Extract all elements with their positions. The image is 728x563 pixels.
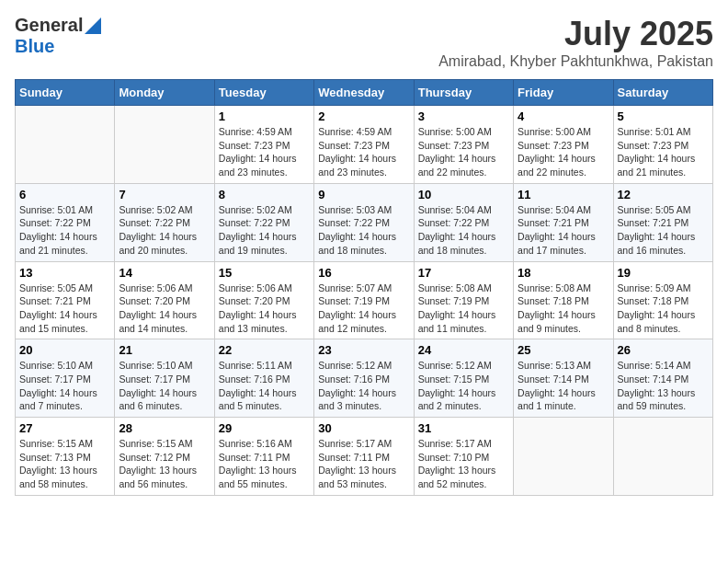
day-number: 15 <box>219 266 310 280</box>
col-header-monday: Monday <box>115 80 214 106</box>
day-info: Sunrise: 5:08 AM Sunset: 7:18 PM Dayligh… <box>518 282 609 336</box>
calendar-cell: 8Sunrise: 5:02 AM Sunset: 7:22 PM Daylig… <box>214 183 313 261</box>
day-info: Sunrise: 5:11 AM Sunset: 7:16 PM Dayligh… <box>219 359 310 413</box>
day-info: Sunrise: 5:00 AM Sunset: 7:23 PM Dayligh… <box>518 125 609 179</box>
day-info: Sunrise: 5:04 AM Sunset: 7:21 PM Dayligh… <box>518 203 609 258</box>
day-info: Sunrise: 5:05 AM Sunset: 7:21 PM Dayligh… <box>19 282 110 336</box>
calendar-cell: 31Sunrise: 5:17 AM Sunset: 7:10 PM Dayli… <box>414 418 513 496</box>
calendar-body: 1Sunrise: 4:59 AM Sunset: 7:23 PM Daylig… <box>16 106 713 496</box>
calendar-cell: 18Sunrise: 5:08 AM Sunset: 7:18 PM Dayli… <box>514 261 613 339</box>
logo: General Blue <box>15 15 101 57</box>
calendar-cell: 20Sunrise: 5:10 AM Sunset: 7:17 PM Dayli… <box>16 339 115 418</box>
calendar-week-2: 6Sunrise: 5:01 AM Sunset: 7:22 PM Daylig… <box>16 183 713 261</box>
col-header-tuesday: Tuesday <box>214 80 313 106</box>
calendar-cell: 24Sunrise: 5:12 AM Sunset: 7:15 PM Dayli… <box>414 339 513 418</box>
col-header-sunday: Sunday <box>16 80 115 106</box>
calendar-cell <box>613 418 712 496</box>
day-info: Sunrise: 5:14 AM Sunset: 7:14 PM Dayligh… <box>618 359 709 413</box>
svg-marker-0 <box>85 17 101 34</box>
calendar-cell: 13Sunrise: 5:05 AM Sunset: 7:21 PM Dayli… <box>16 261 115 339</box>
day-number: 30 <box>318 421 409 435</box>
day-number: 14 <box>119 266 210 280</box>
day-number: 28 <box>119 421 210 435</box>
day-info: Sunrise: 5:10 AM Sunset: 7:17 PM Dayligh… <box>119 359 210 413</box>
day-info: Sunrise: 5:04 AM Sunset: 7:22 PM Dayligh… <box>418 203 509 258</box>
day-info: Sunrise: 5:06 AM Sunset: 7:20 PM Dayligh… <box>119 282 210 336</box>
calendar-cell: 16Sunrise: 5:07 AM Sunset: 7:19 PM Dayli… <box>314 261 414 339</box>
calendar-week-5: 27Sunrise: 5:15 AM Sunset: 7:13 PM Dayli… <box>16 418 713 496</box>
col-header-friday: Friday <box>514 80 613 106</box>
calendar-cell: 2Sunrise: 4:59 AM Sunset: 7:23 PM Daylig… <box>314 106 414 184</box>
calendar-cell: 10Sunrise: 5:04 AM Sunset: 7:22 PM Dayli… <box>414 183 513 261</box>
calendar-cell: 11Sunrise: 5:04 AM Sunset: 7:21 PM Dayli… <box>514 183 613 261</box>
logo-blue-text: Blue <box>15 36 54 57</box>
calendar-cell: 5Sunrise: 5:01 AM Sunset: 7:23 PM Daylig… <box>613 106 712 184</box>
col-header-thursday: Thursday <box>414 80 513 106</box>
day-number: 25 <box>518 343 609 357</box>
day-number: 27 <box>19 421 110 435</box>
day-number: 13 <box>19 266 110 280</box>
calendar-cell <box>115 106 214 184</box>
calendar-cell: 15Sunrise: 5:06 AM Sunset: 7:20 PM Dayli… <box>214 261 313 339</box>
day-number: 11 <box>518 188 609 201</box>
day-info: Sunrise: 5:06 AM Sunset: 7:20 PM Dayligh… <box>219 282 310 336</box>
day-info: Sunrise: 5:16 AM Sunset: 7:11 PM Dayligh… <box>219 437 310 491</box>
day-number: 22 <box>219 343 310 357</box>
day-number: 3 <box>418 109 509 123</box>
calendar-header-row: SundayMondayTuesdayWednesdayThursdayFrid… <box>16 80 713 106</box>
calendar-table: SundayMondayTuesdayWednesdayThursdayFrid… <box>15 79 713 496</box>
day-info: Sunrise: 5:17 AM Sunset: 7:11 PM Dayligh… <box>318 437 409 491</box>
day-info: Sunrise: 5:08 AM Sunset: 7:19 PM Dayligh… <box>418 282 509 336</box>
calendar-cell: 14Sunrise: 5:06 AM Sunset: 7:20 PM Dayli… <box>115 261 214 339</box>
day-number: 5 <box>618 109 709 123</box>
day-number: 7 <box>119 188 210 201</box>
calendar-cell: 6Sunrise: 5:01 AM Sunset: 7:22 PM Daylig… <box>16 183 115 261</box>
day-number: 20 <box>19 343 110 357</box>
day-number: 8 <box>219 188 310 201</box>
day-number: 1 <box>219 109 310 123</box>
day-number: 31 <box>418 421 509 435</box>
calendar-cell: 30Sunrise: 5:17 AM Sunset: 7:11 PM Dayli… <box>314 418 414 496</box>
day-info: Sunrise: 5:03 AM Sunset: 7:22 PM Dayligh… <box>318 203 409 258</box>
calendar-cell: 28Sunrise: 5:15 AM Sunset: 7:12 PM Dayli… <box>115 418 214 496</box>
calendar-cell: 17Sunrise: 5:08 AM Sunset: 7:19 PM Dayli… <box>414 261 513 339</box>
day-number: 24 <box>418 343 509 357</box>
day-number: 4 <box>518 109 609 123</box>
calendar-cell: 27Sunrise: 5:15 AM Sunset: 7:13 PM Dayli… <box>16 418 115 496</box>
day-number: 10 <box>418 188 509 201</box>
day-number: 21 <box>119 343 210 357</box>
day-info: Sunrise: 5:12 AM Sunset: 7:15 PM Dayligh… <box>418 359 509 413</box>
day-number: 9 <box>318 188 409 201</box>
col-header-saturday: Saturday <box>613 80 712 106</box>
day-number: 29 <box>219 421 310 435</box>
calendar-cell: 9Sunrise: 5:03 AM Sunset: 7:22 PM Daylig… <box>314 183 414 261</box>
calendar-cell: 19Sunrise: 5:09 AM Sunset: 7:18 PM Dayli… <box>613 261 712 339</box>
calendar-cell: 29Sunrise: 5:16 AM Sunset: 7:11 PM Dayli… <box>214 418 313 496</box>
page-header: General Blue July 2025 Amirabad, Khyber … <box>15 15 713 70</box>
day-number: 16 <box>318 266 409 280</box>
day-number: 18 <box>518 266 609 280</box>
calendar-cell: 26Sunrise: 5:14 AM Sunset: 7:14 PM Dayli… <box>613 339 712 418</box>
day-info: Sunrise: 5:00 AM Sunset: 7:23 PM Dayligh… <box>418 125 509 179</box>
day-info: Sunrise: 5:05 AM Sunset: 7:21 PM Dayligh… <box>618 203 709 258</box>
day-number: 12 <box>618 188 709 201</box>
day-info: Sunrise: 5:17 AM Sunset: 7:10 PM Dayligh… <box>418 437 509 491</box>
calendar-cell: 23Sunrise: 5:12 AM Sunset: 7:16 PM Dayli… <box>314 339 414 418</box>
calendar-cell: 22Sunrise: 5:11 AM Sunset: 7:16 PM Dayli… <box>214 339 313 418</box>
logo-icon <box>85 17 101 34</box>
day-number: 26 <box>618 343 709 357</box>
calendar-cell: 1Sunrise: 4:59 AM Sunset: 7:23 PM Daylig… <box>214 106 313 184</box>
day-number: 6 <box>19 188 110 201</box>
calendar-cell: 12Sunrise: 5:05 AM Sunset: 7:21 PM Dayli… <box>613 183 712 261</box>
title-block: July 2025 Amirabad, Khyber Pakhtunkhwa, … <box>438 15 713 70</box>
day-info: Sunrise: 5:13 AM Sunset: 7:14 PM Dayligh… <box>518 359 609 413</box>
calendar-week-3: 13Sunrise: 5:05 AM Sunset: 7:21 PM Dayli… <box>16 261 713 339</box>
calendar-cell: 4Sunrise: 5:00 AM Sunset: 7:23 PM Daylig… <box>514 106 613 184</box>
calendar-cell: 3Sunrise: 5:00 AM Sunset: 7:23 PM Daylig… <box>414 106 513 184</box>
day-info: Sunrise: 5:01 AM Sunset: 7:23 PM Dayligh… <box>618 125 709 179</box>
day-info: Sunrise: 5:09 AM Sunset: 7:18 PM Dayligh… <box>618 282 709 336</box>
day-info: Sunrise: 4:59 AM Sunset: 7:23 PM Dayligh… <box>318 125 409 179</box>
day-number: 19 <box>618 266 709 280</box>
day-number: 17 <box>418 266 509 280</box>
day-info: Sunrise: 5:15 AM Sunset: 7:13 PM Dayligh… <box>19 437 110 491</box>
